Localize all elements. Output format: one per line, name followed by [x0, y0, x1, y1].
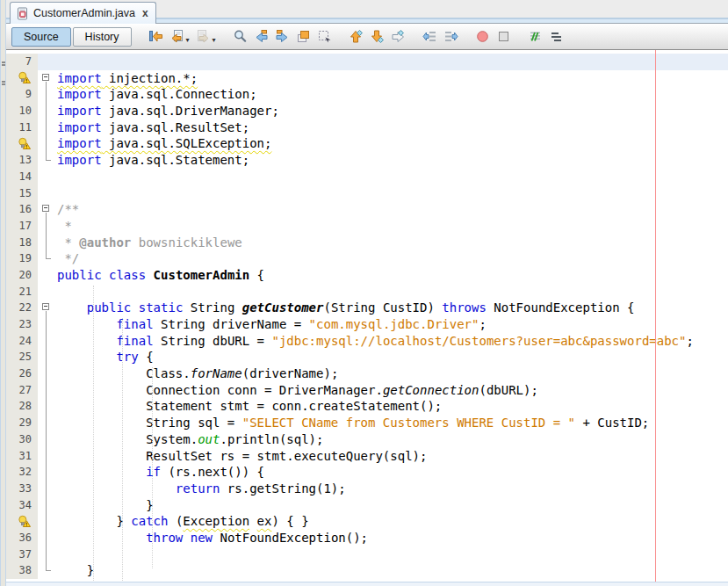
code-text[interactable]: /** — [57, 201, 728, 218]
code-text[interactable]: } — [57, 562, 728, 579]
gutter-warning[interactable] — [6, 70, 38, 87]
code-text[interactable]: public static String getCustomer(String … — [57, 300, 728, 316]
line-number[interactable]: 38 — [6, 562, 38, 579]
line-number[interactable]: 11 — [6, 119, 38, 136]
line-number[interactable]: 32 — [6, 464, 38, 481]
line-number[interactable]: 16 — [6, 201, 38, 218]
back-button[interactable] — [167, 26, 188, 47]
next-bookmark-button[interactable] — [367, 26, 388, 47]
find-previous-button[interactable] — [251, 26, 272, 47]
code-text[interactable]: Class.forName(driverName); — [57, 365, 728, 382]
code-text[interactable]: throw new NotFoundException(); — [57, 530, 728, 546]
line-number[interactable]: 15 — [6, 185, 38, 202]
code-text[interactable]: } catch (Exception ex) { } — [57, 513, 728, 530]
line-number[interactable]: 20 — [6, 267, 38, 284]
fold-start-marker[interactable] — [38, 201, 57, 218]
warning-hint-icon[interactable] — [18, 515, 31, 528]
line-number[interactable]: 18 — [6, 235, 38, 251]
warning-hint-icon[interactable] — [18, 137, 31, 150]
code-text[interactable] — [57, 185, 728, 202]
line-number[interactable]: 33 — [6, 481, 38, 497]
fold-start-marker[interactable] — [38, 70, 57, 87]
line-number[interactable]: 30 — [6, 431, 38, 448]
line-number[interactable]: 10 — [6, 103, 38, 119]
history-view-button[interactable]: History — [73, 27, 132, 47]
code-text[interactable]: } — [57, 497, 728, 514]
find-button[interactable] — [230, 26, 251, 47]
code-text[interactable]: import java.sql.ResultSet; — [57, 119, 728, 136]
line-number[interactable]: 27 — [6, 382, 38, 399]
code-text[interactable]: */ — [57, 250, 728, 267]
toggle-bookmark-button[interactable] — [388, 26, 409, 47]
line-number[interactable]: 23 — [6, 316, 38, 333]
code-text[interactable]: ResultSet rs = stmt.executeQuery(sql); — [57, 448, 728, 465]
comment-button[interactable] — [525, 26, 546, 47]
line-number[interactable]: 31 — [6, 448, 38, 465]
code-editor[interactable]: 7import injection.*;9import java.sql.Con… — [6, 50, 728, 582]
line-number[interactable]: 19 — [6, 250, 38, 267]
collapsed-splitter-strip[interactable] — [0, 0, 6, 586]
line-number[interactable]: 28 — [6, 398, 38, 415]
line-number[interactable]: 17 — [6, 218, 38, 235]
gutter-warning[interactable] — [6, 513, 38, 530]
line-number[interactable]: 29 — [6, 415, 38, 431]
code-text[interactable]: * — [57, 218, 728, 235]
code-text[interactable]: import injection.*; — [57, 70, 728, 87]
previous-bookmark-button[interactable] — [346, 26, 367, 47]
code-text[interactable]: String sql = "SELECT CName from Customer… — [57, 415, 728, 431]
code-line: import injection.*; — [6, 70, 728, 87]
code-text[interactable]: import java.sql.Connection; — [57, 86, 728, 103]
line-number[interactable]: 36 — [6, 530, 38, 546]
horizontal-scrollbar-track[interactable] — [6, 582, 728, 586]
code-text[interactable]: import java.sql.Statement; — [57, 152, 728, 169]
line-number[interactable]: 22 — [6, 300, 38, 316]
code-text[interactable]: final String driverName = "com.mysql.jdb… — [57, 316, 728, 333]
code-line: 34 } — [6, 497, 728, 514]
last-edit-location-button[interactable] — [146, 26, 167, 47]
code-text[interactable]: * @author bowsnickiklewe — [57, 235, 728, 251]
gutter-warning[interactable] — [6, 135, 38, 152]
tab-close-icon[interactable]: x — [142, 8, 148, 18]
line-number[interactable]: 21 — [6, 284, 38, 300]
code-text[interactable]: return rs.getString(1); — [57, 481, 728, 497]
line-number[interactable]: 13 — [6, 152, 38, 169]
line-number[interactable]: 9 — [6, 86, 38, 103]
toggle-highlight-search-button[interactable] — [293, 26, 314, 47]
shift-line-left-button[interactable] — [420, 26, 441, 47]
line-number[interactable]: 7 — [6, 54, 38, 70]
code-text[interactable]: if (rs.next()) { — [57, 464, 728, 481]
stop-macro-recording-button[interactable] — [494, 26, 515, 47]
warning-hint-icon[interactable] — [18, 71, 31, 84]
code-text[interactable]: Connection conn = DriverManager.getConne… — [57, 382, 728, 399]
rectangular-selection-button[interactable] — [314, 26, 335, 47]
code-text[interactable] — [57, 284, 728, 300]
code-text[interactable] — [57, 169, 728, 185]
start-macro-recording-button[interactable] — [472, 26, 494, 47]
code-text[interactable]: import java.sql.SQLException; — [57, 135, 728, 152]
code-text[interactable]: final String dbURL = "jdbc:mysql://local… — [57, 333, 728, 350]
code-text[interactable] — [57, 54, 728, 70]
code-text[interactable]: Statement stmt = conn.createStatement(); — [57, 398, 728, 415]
dropdown-arrow-icon[interactable]: ▾ — [186, 36, 190, 44]
code-text[interactable]: System.out.println(sql); — [57, 431, 728, 448]
uncomment-button[interactable] — [546, 26, 567, 47]
code-text[interactable]: try { — [57, 349, 728, 365]
tab-customeradmin-java[interactable]: CustomerAdmin.java x — [10, 2, 156, 24]
code-text[interactable]: import java.sql.DriverManager; — [57, 103, 728, 119]
code-text[interactable] — [57, 546, 728, 563]
forward-icon — [196, 29, 211, 44]
splitter-grip-icon — [2, 61, 5, 66]
line-number[interactable]: 34 — [6, 497, 38, 514]
line-number[interactable]: 24 — [6, 333, 38, 350]
fold-start-marker[interactable] — [38, 300, 57, 316]
line-number[interactable]: 37 — [6, 546, 38, 563]
line-number[interactable]: 26 — [6, 365, 38, 382]
find-next-button[interactable] — [272, 26, 293, 47]
source-view-button[interactable]: Source — [11, 27, 71, 47]
code-text[interactable]: public class CustomerAdmin { — [57, 267, 728, 284]
shift-line-right-button[interactable] — [441, 26, 462, 47]
code-line: 16/** — [6, 201, 728, 218]
toggle-highlight-search-icon — [296, 29, 311, 44]
line-number[interactable]: 14 — [6, 169, 38, 185]
line-number[interactable]: 25 — [6, 349, 38, 365]
